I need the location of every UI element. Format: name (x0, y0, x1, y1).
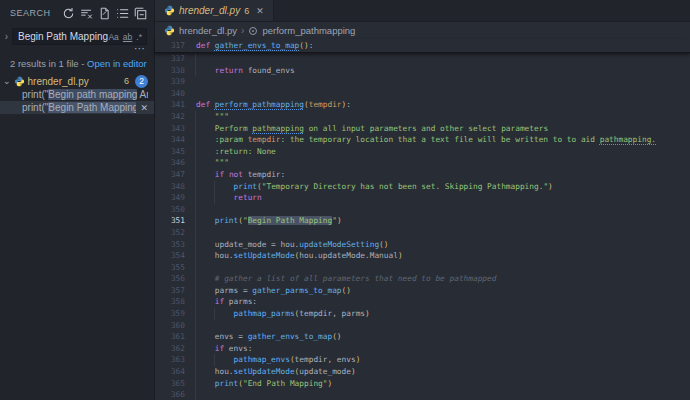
code-line[interactable]: 364 hou.setUpdateMode(update_mode) (155, 366, 690, 378)
code-line[interactable]: 358 if parms: (155, 296, 690, 308)
indent-guide (195, 157, 196, 169)
search-result-row[interactable]: print("Begin Path Mapping")✕ (0, 101, 154, 114)
line-content (194, 53, 690, 65)
code-token: if (215, 297, 224, 306)
refresh-icon[interactable] (62, 7, 75, 20)
code-line[interactable]: 341def perform_pathmapping(tempdir): (155, 99, 690, 111)
code-line[interactable]: 339 (155, 76, 690, 88)
line-content: update_mode = hou.updateModeSetting() (194, 239, 690, 251)
code-line[interactable]: 340 (155, 88, 690, 100)
result-prefix: print(" (22, 102, 48, 113)
indent-guide (214, 308, 215, 320)
code-token: pathmap_parms (234, 309, 295, 318)
line-number: 348 (155, 181, 194, 193)
code-line[interactable]: 359 pathmap_parms(tempdir, parms) (155, 308, 690, 320)
line-number: 339 (155, 76, 194, 88)
python-file-icon (164, 5, 175, 16)
code-line[interactable]: 362 if envs: (155, 343, 690, 355)
code-token (196, 274, 215, 283)
code-token: "Temporary Directory has not been set. S… (262, 182, 548, 191)
code-line[interactable]: 343 Perform pathmapping on all input par… (155, 123, 690, 135)
code-editor[interactable]: 337338 return found_envs339340341def per… (155, 53, 690, 400)
code-line[interactable]: 342 """ (155, 111, 690, 123)
code-line[interactable]: 365 print("End Path Mapping") (155, 378, 690, 390)
code-line[interactable]: 363 pathmap_envs(tempdir, envs) (155, 354, 690, 366)
code-line[interactable]: 345 :return: None (155, 146, 690, 158)
code-line[interactable]: 349 return (155, 192, 690, 204)
tab-bar: hrender_dl.py 6 ✕ (155, 0, 690, 22)
editor-group: hrender_dl.py 6 ✕ hrender_dl.py › perfor… (155, 0, 690, 400)
clear-search-results-icon[interactable] (80, 7, 93, 20)
code-token: """ (215, 158, 229, 167)
code-token: return (234, 193, 262, 202)
code-token: ) (356, 355, 361, 364)
breadcrumb-symbol[interactable]: perform_pathmapping (262, 25, 355, 36)
code-line[interactable]: 366 (155, 389, 690, 400)
sticky-scroll-line[interactable]: 317def gather_envs_to_map(): (155, 39, 690, 53)
indent-guide (195, 239, 196, 251)
code-line[interactable]: 361 envs = gather_envs_to_map() (155, 331, 690, 343)
dismiss-result-icon[interactable]: ✕ (140, 103, 148, 113)
collapse-all-icon[interactable] (134, 7, 147, 20)
code-line[interactable]: 352 (155, 227, 690, 239)
chevron-down-icon[interactable]: ⌄ (3, 76, 11, 86)
code-line[interactable]: 351 print("Begin Path Mapping") (155, 215, 690, 227)
search-result-row[interactable]: print("Begin path mapping Arnold ... (0, 88, 154, 101)
search-input[interactable]: Begin Path Mapping Aa ab .* (12, 28, 147, 45)
code-token: hou. (196, 367, 234, 376)
code-token: # gather a list of all parameters that n… (215, 274, 497, 283)
code-token: "End Path Mapping" (243, 379, 328, 388)
file-problem-count: 6 (124, 76, 129, 86)
open-new-search-editor-icon[interactable] (98, 7, 111, 20)
code-token (196, 135, 215, 144)
result-file-row[interactable]: ⌄ hrender_dl.py 6 2 (0, 74, 154, 88)
regex-icon[interactable]: .* (136, 32, 142, 42)
code-token: def (196, 41, 215, 50)
tab-title: hrender_dl.py (179, 5, 240, 16)
code-line[interactable]: 360 (155, 320, 690, 332)
code-line[interactable]: 355 (155, 262, 690, 274)
line-content: return (194, 192, 690, 204)
search-input-row: › Begin Path Mapping Aa ab .* (0, 24, 154, 45)
code-line[interactable]: 337 (155, 53, 690, 65)
code-token: on all input parameters and other select… (304, 124, 548, 133)
code-line[interactable]: 347 if not tempdir: (155, 169, 690, 181)
open-in-editor-link[interactable]: Open in editor (87, 58, 147, 69)
view-as-tree-icon[interactable] (116, 7, 129, 20)
code-line[interactable]: 344 :param tempdir: the temporary locati… (155, 134, 690, 146)
line-content: pathmap_envs(tempdir, envs) (194, 354, 690, 366)
line-number: 341 (155, 99, 194, 111)
indent-guide (195, 308, 196, 320)
whole-word-icon[interactable]: ab (123, 32, 132, 42)
match-case-icon[interactable]: Aa (108, 32, 118, 42)
toggle-replace-chevron-icon[interactable]: › (1, 29, 12, 44)
code-line[interactable]: 357 parms = gather_parms_to_map() (155, 285, 690, 297)
tab-hrender-dl-py[interactable]: hrender_dl.py 6 ✕ (155, 0, 274, 21)
code-line[interactable]: 317def gather_envs_to_map(): (155, 39, 690, 52)
tab-problem-count: 6 (244, 6, 249, 16)
code-token: Perform (215, 124, 253, 133)
line-number: 346 (155, 157, 194, 169)
line-number: 338 (155, 65, 194, 77)
code-line[interactable]: 338 return found_envs (155, 65, 690, 77)
line-number: 363 (155, 354, 194, 366)
code-line[interactable]: 356 # gather a list of all parameters th… (155, 273, 690, 285)
line-number: 350 (155, 204, 194, 216)
code-token: """ (215, 112, 229, 121)
search-query-text: Begin Path Mapping (18, 31, 108, 42)
close-icon[interactable]: ✕ (256, 6, 264, 16)
line-number: 354 (155, 250, 194, 262)
more-options-icon[interactable]: ⋯ (134, 45, 145, 54)
code-line[interactable]: 354 hou.setUpdateMode(hou.updateMode.Man… (155, 250, 690, 262)
code-line[interactable]: 350 (155, 204, 690, 216)
code-line[interactable]: 348 print("Temporary Directory has not b… (155, 181, 690, 193)
code-token: :param (215, 135, 248, 144)
code-line[interactable]: 353 update_mode = hou.updateModeSetting(… (155, 239, 690, 251)
line-content (194, 204, 690, 216)
line-number: 359 (155, 308, 194, 320)
line-number: 337 (155, 53, 194, 65)
code-line[interactable]: 346 """ (155, 157, 690, 169)
code-token: updateModeSetting (299, 240, 379, 249)
indent-guide (195, 215, 196, 227)
breadcrumb-file[interactable]: hrender_dl.py (179, 25, 237, 36)
